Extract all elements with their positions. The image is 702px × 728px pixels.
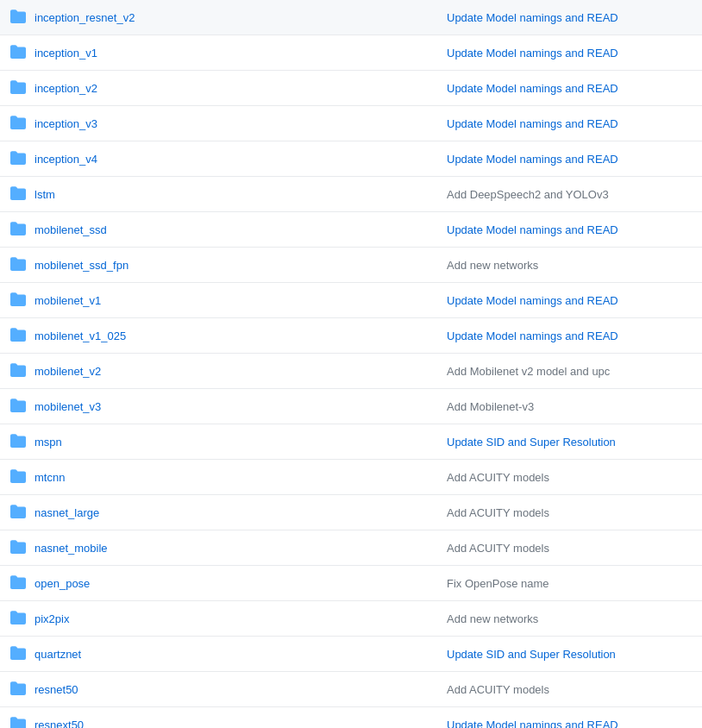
folder-icon	[10, 292, 34, 310]
file-name[interactable]: resnext50	[34, 719, 433, 729]
folder-icon	[10, 433, 34, 451]
folder-icon	[10, 185, 34, 204]
folder-icon	[10, 362, 34, 380]
commit-message[interactable]: Update Model namings and READ	[433, 11, 692, 24]
table-row[interactable]: inception_v2Update Model namings and REA…	[0, 71, 702, 106]
commit-message: Add DeepSpeech2 and YOLOv3	[433, 188, 692, 201]
folder-icon	[10, 327, 34, 345]
folder-icon	[10, 150, 34, 168]
commit-message[interactable]: Update SID and Super Resolution	[433, 436, 692, 449]
file-name[interactable]: inception_v1	[34, 47, 433, 60]
table-row[interactable]: resnext50Update Model namings and READ	[0, 707, 702, 728]
commit-message: Add Mobilenet v2 model and upc	[433, 365, 692, 378]
commit-message[interactable]: Update Model namings and READ	[433, 82, 692, 95]
file-name[interactable]: mspn	[34, 436, 433, 449]
table-row[interactable]: quartznetUpdate SID and Super Resolution	[0, 637, 702, 672]
file-name[interactable]: quartznet	[34, 648, 433, 661]
folder-icon	[10, 610, 34, 628]
commit-message: Add Mobilenet-v3	[433, 400, 692, 413]
folder-icon	[10, 115, 34, 133]
commit-message[interactable]: Update Model namings and READ	[433, 294, 692, 307]
commit-message[interactable]: Update SID and Super Resolution	[433, 648, 692, 661]
file-name[interactable]: mobilenet_v2	[34, 365, 433, 378]
file-name[interactable]: nasnet_large	[34, 506, 433, 519]
folder-icon	[10, 716, 34, 729]
file-list: inception_resnet_v2Update Model namings …	[0, 0, 702, 728]
table-row[interactable]: inception_v1Update Model namings and REA…	[0, 35, 702, 71]
commit-message[interactable]: Update Model namings and READ	[433, 223, 692, 236]
table-row[interactable]: open_poseFix OpenPose name	[0, 566, 702, 601]
table-row[interactable]: mtcnnAdd ACUITY models	[0, 460, 702, 495]
file-name[interactable]: mobilenet_v1	[34, 294, 433, 307]
table-row[interactable]: pix2pixAdd new networks	[0, 601, 702, 637]
folder-icon	[10, 256, 34, 274]
table-row[interactable]: mobilenet_v3Add Mobilenet-v3	[0, 389, 702, 424]
file-name[interactable]: mtcnn	[34, 471, 433, 484]
table-row[interactable]: mobilenet_v1_025Update Model namings and…	[0, 318, 702, 354]
file-name[interactable]: inception_resnet_v2	[34, 11, 433, 24]
commit-message: Add ACUITY models	[433, 506, 692, 519]
table-row[interactable]: inception_resnet_v2Update Model namings …	[0, 0, 702, 35]
commit-message[interactable]: Update Model namings and READ	[433, 117, 692, 130]
folder-icon	[10, 221, 34, 239]
commit-message: Fix OpenPose name	[433, 577, 692, 590]
table-row[interactable]: resnet50Add ACUITY models	[0, 672, 702, 707]
file-name[interactable]: mobilenet_v1_025	[34, 329, 433, 342]
file-name[interactable]: lstm	[34, 188, 433, 201]
table-row[interactable]: inception_v3Update Model namings and REA…	[0, 106, 702, 141]
folder-icon	[10, 645, 34, 663]
folder-icon	[10, 398, 34, 416]
folder-icon	[10, 9, 34, 27]
folder-icon	[10, 539, 34, 557]
commit-message: Add ACUITY models	[433, 471, 692, 484]
commit-message[interactable]: Update Model namings and READ	[433, 329, 692, 342]
table-row[interactable]: lstmAdd DeepSpeech2 and YOLOv3	[0, 177, 702, 212]
commit-message: Add ACUITY models	[433, 542, 692, 555]
file-name[interactable]: inception_v4	[34, 153, 433, 166]
table-row[interactable]: nasnet_largeAdd ACUITY models	[0, 495, 702, 530]
file-name[interactable]: mobilenet_v3	[34, 400, 433, 413]
file-name[interactable]: resnet50	[34, 683, 433, 696]
table-row[interactable]: mobilenet_ssd_fpnAdd new networks	[0, 248, 702, 283]
commit-message: Add new networks	[433, 259, 692, 272]
commit-message[interactable]: Update Model namings and READ	[433, 153, 692, 166]
table-row[interactable]: inception_v4Update Model namings and REA…	[0, 141, 702, 177]
table-row[interactable]: nasnet_mobileAdd ACUITY models	[0, 530, 702, 566]
file-name[interactable]: mobilenet_ssd_fpn	[34, 259, 433, 272]
commit-message[interactable]: Update Model namings and READ	[433, 719, 692, 729]
folder-icon	[10, 468, 34, 486]
folder-icon	[10, 79, 34, 97]
table-row[interactable]: mobilenet_v2Add Mobilenet v2 model and u…	[0, 354, 702, 389]
folder-icon	[10, 504, 34, 522]
file-name[interactable]: inception_v2	[34, 82, 433, 95]
table-row[interactable]: mspnUpdate SID and Super Resolution	[0, 424, 702, 460]
table-row[interactable]: mobilenet_v1Update Model namings and REA…	[0, 283, 702, 318]
commit-message: Add ACUITY models	[433, 683, 692, 696]
file-name[interactable]: open_pose	[34, 577, 433, 590]
folder-icon	[10, 681, 34, 699]
file-name[interactable]: inception_v3	[34, 117, 433, 130]
file-name[interactable]: nasnet_mobile	[34, 542, 433, 555]
file-name[interactable]: mobilenet_ssd	[34, 223, 433, 236]
table-row[interactable]: mobilenet_ssdUpdate Model namings and RE…	[0, 212, 702, 248]
commit-message: Add new networks	[433, 612, 692, 625]
folder-icon	[10, 574, 34, 593]
commit-message[interactable]: Update Model namings and READ	[433, 47, 692, 60]
folder-icon	[10, 44, 34, 62]
file-name[interactable]: pix2pix	[34, 612, 433, 625]
